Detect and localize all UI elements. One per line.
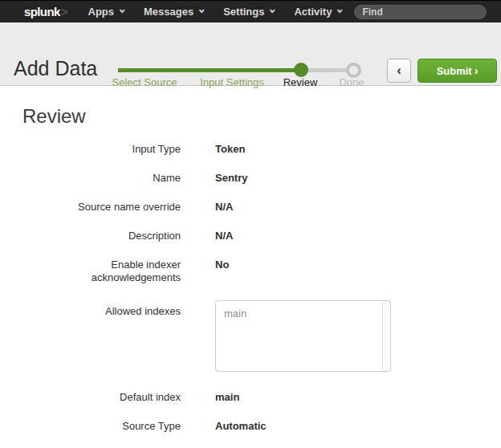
submit-button[interactable]: Submit›	[418, 59, 497, 83]
field-label: Description	[22, 230, 181, 242]
menu-apps-label: Apps	[88, 6, 115, 18]
field-label: Name	[22, 172, 181, 185]
field-value: Token	[215, 143, 245, 156]
wizard-header: Add Data Select Source Input Settings Re…	[0, 22, 501, 86]
review-panel: Review Input Type Token Name Sentry Sour…	[0, 105, 501, 433]
menu-activity-label: Activity	[294, 6, 332, 18]
menu-activity[interactable]: Activity	[294, 6, 341, 18]
step-dot-review	[294, 63, 308, 77]
chevron-left-icon: ‹	[397, 63, 401, 78]
field-value: Automatic	[215, 420, 267, 433]
field-label: Source name override	[22, 201, 181, 214]
field-value: main	[215, 391, 239, 404]
scrollbar[interactable]	[382, 302, 389, 370]
menu-messages-label: Messages	[144, 6, 193, 18]
field-label: Source Type	[22, 420, 181, 433]
field-row-source-type: Source Type Automatic	[22, 420, 501, 433]
chevron-down-icon	[270, 7, 275, 13]
field-value: N/A	[215, 201, 233, 214]
chevron-down-icon	[337, 7, 343, 13]
chevron-down-icon	[199, 7, 205, 13]
menu-settings[interactable]: Settings	[223, 6, 274, 18]
menu-settings-label: Settings	[223, 6, 264, 18]
field-label: Allowed indexes	[22, 300, 181, 318]
field-value: Sentry	[215, 172, 247, 185]
field-row-source-name-override: Source name override N/A	[22, 201, 501, 214]
field-list: Input Type Token Name Sentry Source name…	[22, 143, 501, 433]
step-review: Review	[283, 76, 318, 88]
list-item[interactable]: main	[216, 301, 390, 326]
chevron-right-icon: ›	[475, 64, 479, 77]
field-value: N/A	[215, 230, 233, 242]
splunk-logo-text: splunk	[24, 5, 60, 18]
field-label: Default index	[22, 391, 181, 404]
field-label: Enable indexer acknowledgements	[22, 259, 181, 284]
top-nav-bar: splunk > Apps Messages Settings Activity	[0, 0, 501, 22]
field-row-default-index: Default index main	[22, 391, 501, 404]
page-title: Add Data	[14, 56, 97, 80]
splunk-logo[interactable]: splunk >	[24, 5, 68, 18]
field-row-indexer-ack: Enable indexer acknowledgements No	[22, 259, 501, 284]
menu-apps[interactable]: Apps	[88, 6, 124, 18]
allowed-indexes-listbox[interactable]: main	[215, 300, 391, 372]
field-row-allowed-indexes: Allowed indexes main	[22, 300, 501, 372]
find-input[interactable]	[354, 5, 487, 19]
field-row-input-type: Input Type Token	[22, 143, 501, 156]
step-done: Done	[339, 76, 364, 88]
chevron-down-icon	[120, 7, 125, 13]
section-heading: Review	[22, 105, 501, 128]
back-button[interactable]: ‹	[387, 59, 411, 83]
field-row-description: Description N/A	[22, 230, 501, 242]
field-row-name: Name Sentry	[22, 172, 501, 185]
progress-bar-complete	[118, 68, 301, 72]
field-value: No	[215, 259, 229, 271]
splunk-logo-chevron-icon: >	[61, 5, 68, 18]
menu-messages[interactable]: Messages	[144, 6, 203, 18]
submit-button-label: Submit	[437, 65, 472, 77]
step-select-source[interactable]: Select Source	[112, 76, 177, 88]
field-label: Input Type	[22, 143, 181, 156]
step-input-settings[interactable]: Input Settings	[200, 76, 264, 88]
